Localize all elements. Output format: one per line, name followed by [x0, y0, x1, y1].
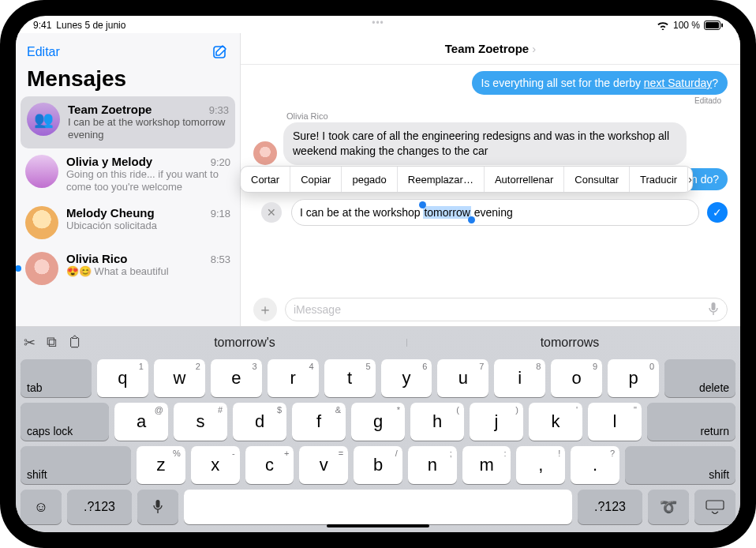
add-attachment-icon[interactable]: ＋: [253, 298, 277, 321]
cut-tool-icon[interactable]: ✂︎: [24, 334, 36, 351]
conversation-list: 👥 Team Zoetrope9:33 I can be at the work…: [16, 96, 240, 291]
key-symbols-left[interactable]: .?123: [67, 490, 132, 524]
conversation-item[interactable]: Melody Cheung9:18 Ubicación solicitada: [16, 200, 240, 246]
key-j[interactable]: )j: [470, 403, 523, 441]
key-comma[interactable]: !,: [516, 446, 565, 484]
conversation-item[interactable]: Olivia y Melody9:20 Going on this ride..…: [16, 148, 240, 201]
edit-button[interactable]: Editar: [27, 45, 60, 59]
ctx-translate[interactable]: Traducir: [630, 167, 688, 192]
status-date: Lunes 5 de junio: [56, 20, 125, 31]
avatar: 👥: [27, 103, 60, 136]
key-z[interactable]: %z: [137, 446, 185, 484]
svg-rect-4: [712, 302, 716, 310]
avatar: [25, 155, 58, 188]
key-c[interactable]: +c: [245, 446, 294, 484]
key-s[interactable]: #s: [174, 403, 227, 441]
status-time: 9:41: [33, 20, 51, 31]
edit-message-row: ✕ I can be at the workshop tomorrow even…: [261, 199, 728, 226]
ctx-autofill[interactable]: Autorrellenar: [485, 167, 564, 192]
key-y[interactable]: 6y: [381, 359, 432, 397]
key-capslock[interactable]: caps lock: [21, 403, 109, 441]
text-context-menu: Cortar Copiar pegado Reemplazar… Autorre…: [240, 166, 693, 193]
ctx-lookup[interactable]: Consultar: [564, 167, 630, 192]
chat-pane: Team Zoetrope› Is everything all set for…: [241, 33, 740, 326]
keyboard: ✂︎ ⧉ 📋︎ tomorrow's tomorrows tab 1q 2w 3…: [16, 327, 740, 532]
key-e[interactable]: 3e: [211, 359, 262, 397]
screen: 9:41 Lunes 5 de junio ••• 100 % Editar M…: [16, 16, 740, 532]
key-dictate-icon[interactable]: [137, 490, 178, 524]
messages-title: Mensajes: [16, 63, 240, 96]
key-return[interactable]: return: [647, 403, 735, 441]
chevron-right-icon: ›: [532, 42, 536, 55]
suggestion[interactable]: tomorrows: [407, 336, 732, 350]
ctx-paste[interactable]: pegado: [342, 167, 397, 192]
conversation-item[interactable]: 👥 Team Zoetrope9:33 I can be at the work…: [21, 96, 235, 148]
compose-icon[interactable]: [211, 43, 229, 61]
status-bar: 9:41 Lunes 5 de junio ••• 100 %: [16, 16, 740, 33]
avatar: [25, 252, 58, 285]
compose-row: ＋ iMessage: [253, 298, 728, 321]
key-u[interactable]: 7u: [437, 359, 488, 397]
key-hide-keyboard-icon[interactable]: [694, 490, 735, 524]
key-t[interactable]: 5t: [324, 359, 376, 397]
key-r[interactable]: 4r: [268, 359, 319, 397]
key-x[interactable]: -x: [191, 446, 240, 484]
key-q[interactable]: 1q: [97, 359, 148, 397]
key-symbols-right[interactable]: .?123: [578, 490, 642, 524]
ipad-frame: 9:41 Lunes 5 de junio ••• 100 % Editar M…: [0, 0, 756, 548]
suggestion-bar: tomorrow's tomorrows: [82, 336, 732, 350]
key-g[interactable]: *g: [351, 403, 405, 441]
message-out[interactable]: Is everything all set for the derby next…: [472, 71, 728, 95]
key-o[interactable]: 9o: [551, 359, 602, 397]
date-link[interactable]: next Saturday: [644, 77, 712, 89]
edit-text-field[interactable]: I can be at the workshop tomorrow evenin…: [291, 199, 699, 226]
svg-rect-2: [721, 24, 723, 28]
ctx-replace[interactable]: Reemplazar…: [398, 167, 485, 192]
key-i[interactable]: 8i: [494, 359, 545, 397]
message-input[interactable]: iMessage: [285, 298, 728, 321]
ctx-cut[interactable]: Cortar: [241, 167, 290, 192]
home-indicator[interactable]: [327, 524, 429, 527]
paste-tool-icon[interactable]: 📋︎: [68, 334, 82, 351]
edited-label: Editado: [253, 96, 728, 105]
key-handwriting-icon[interactable]: ➰: [648, 490, 689, 524]
wifi-icon: [657, 21, 669, 30]
text-selection[interactable]: tomorrow: [423, 206, 470, 219]
key-row: caps lock @a #s $d &f *g (h )j 'k "l ret…: [21, 403, 735, 441]
key-shift-left[interactable]: shift: [21, 446, 131, 484]
confirm-edit-icon[interactable]: ✓: [707, 202, 728, 223]
key-a[interactable]: @a: [114, 403, 168, 441]
svg-rect-6: [706, 501, 724, 509]
conversation-sidebar: Editar Mensajes 👥 Team Zoetrope9:33 I ca…: [16, 33, 241, 326]
key-k[interactable]: 'k: [529, 403, 582, 441]
key-b[interactable]: /b: [354, 446, 402, 484]
key-emoji-icon[interactable]: ☺: [21, 490, 62, 524]
key-shift-right[interactable]: shift: [625, 446, 735, 484]
chat-header[interactable]: Team Zoetrope›: [241, 33, 740, 65]
dictation-icon[interactable]: [708, 302, 719, 318]
key-tab[interactable]: tab: [21, 359, 92, 397]
key-h[interactable]: (h: [410, 403, 464, 441]
key-v[interactable]: =v: [299, 446, 348, 484]
avatar: [25, 206, 58, 239]
key-l[interactable]: "l: [588, 403, 642, 441]
key-m[interactable]: :m: [462, 446, 511, 484]
key-delete[interactable]: delete: [664, 359, 735, 397]
key-f[interactable]: &f: [292, 403, 346, 441]
key-space[interactable]: [184, 490, 572, 524]
key-period[interactable]: ?.: [571, 446, 619, 484]
message-in[interactable]: Sure! I took care of all the engineering…: [283, 122, 687, 165]
key-p[interactable]: 0p: [608, 359, 659, 397]
key-row: shift %z -x +c =v /b ;n :m !, ?. shift: [21, 446, 735, 484]
ctx-more-icon[interactable]: ›: [688, 167, 692, 192]
copy-tool-icon[interactable]: ⧉: [47, 334, 57, 351]
suggestion[interactable]: tomorrow's: [82, 336, 407, 350]
ctx-copy[interactable]: Copiar: [290, 167, 342, 192]
cancel-edit-icon[interactable]: ✕: [261, 202, 282, 223]
svg-rect-1: [705, 22, 719, 28]
multitask-dots-icon[interactable]: •••: [372, 17, 384, 28]
key-n[interactable]: ;n: [408, 446, 457, 484]
conversation-item[interactable]: Olivia Rico8:53 😍😊 What a beautiful: [16, 246, 240, 291]
key-w[interactable]: 2w: [154, 359, 205, 397]
key-d[interactable]: $d: [233, 403, 286, 441]
